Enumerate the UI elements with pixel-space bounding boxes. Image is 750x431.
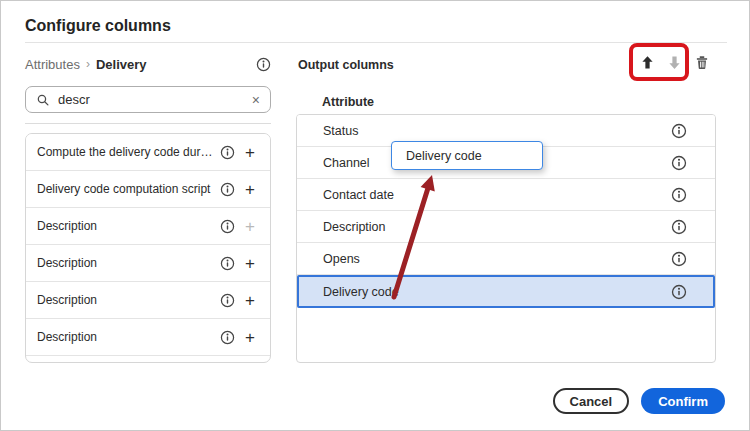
confirm-button[interactable]: Confirm (641, 388, 725, 414)
info-icon[interactable] (256, 57, 271, 72)
add-attribute-button[interactable]: + (242, 144, 258, 161)
page-title: Configure columns (25, 17, 171, 35)
add-attribute-button[interactable]: + (242, 329, 258, 346)
attribute-result-label: Description (37, 330, 213, 344)
info-icon[interactable] (671, 284, 687, 300)
drag-preview-box: Delivery code (391, 141, 543, 170)
add-attribute-button[interactable]: + (242, 292, 258, 309)
output-row-label: Status (323, 124, 671, 138)
breadcrumb-attributes[interactable]: Attributes (25, 57, 80, 72)
attribute-result-row: Compute the delivery code during ... + (26, 134, 270, 171)
attribute-column-header: Attribute (322, 95, 374, 109)
info-icon[interactable] (671, 251, 687, 267)
info-icon[interactable] (220, 145, 235, 160)
delete-icon[interactable] (691, 51, 713, 73)
info-icon[interactable] (671, 187, 687, 203)
output-columns-title: Output columns (298, 58, 394, 72)
search-field[interactable]: × (25, 86, 271, 113)
move-down-button[interactable] (663, 51, 685, 73)
attribute-result-row: Description + (26, 245, 270, 282)
attribute-result-label: Delivery code computation script (37, 182, 213, 196)
info-icon[interactable] (220, 330, 235, 345)
drag-preview-label: Delivery code (406, 149, 482, 163)
info-icon[interactable] (220, 256, 235, 271)
attribute-result-row: Description + (26, 319, 270, 356)
output-row[interactable]: Opens (297, 243, 715, 275)
output-row-label: Opens (323, 252, 671, 266)
output-row[interactable]: Description (297, 211, 715, 243)
dialog-footer: Cancel Confirm (553, 388, 725, 414)
chevron-right-icon: › (86, 57, 90, 71)
breadcrumb: Attributes › Delivery (25, 55, 271, 73)
add-attribute-button[interactable]: + (242, 255, 258, 272)
output-row-label: Contact date (323, 188, 671, 202)
output-row[interactable]: Delivery code (297, 275, 715, 308)
title-divider (25, 42, 727, 43)
info-icon[interactable] (220, 219, 235, 234)
info-icon[interactable] (220, 182, 235, 197)
attribute-result-row: Description + (26, 282, 270, 319)
left-panel-divider (25, 123, 271, 124)
attribute-result-label: Description (37, 256, 213, 270)
add-attribute-button[interactable]: + (242, 181, 258, 198)
attribute-result-row: Delivery code computation script + (26, 171, 270, 208)
info-icon[interactable] (220, 293, 235, 308)
move-up-button[interactable] (636, 51, 658, 73)
attribute-results-list: Compute the delivery code during ... + D… (25, 133, 271, 363)
info-icon[interactable] (671, 123, 687, 139)
clear-search-icon[interactable]: × (252, 93, 260, 107)
info-icon[interactable] (671, 155, 687, 171)
breadcrumb-delivery: Delivery (96, 57, 147, 72)
output-row[interactable]: Contact date (297, 179, 715, 211)
output-row-label: Description (323, 220, 671, 234)
search-input[interactable] (58, 92, 244, 107)
configure-columns-dialog: Configure columns Attributes › Delivery … (0, 0, 750, 431)
info-icon[interactable] (671, 219, 687, 235)
add-attribute-button[interactable]: + (242, 218, 258, 235)
attribute-result-label: Description (37, 293, 213, 307)
cancel-button[interactable]: Cancel (553, 388, 630, 414)
attribute-result-row: Description + (26, 208, 270, 245)
attribute-result-label: Compute the delivery code during ... (37, 145, 213, 159)
search-icon (36, 93, 50, 107)
output-row-label: Delivery code (323, 285, 671, 299)
attribute-result-label: Description (37, 219, 213, 233)
